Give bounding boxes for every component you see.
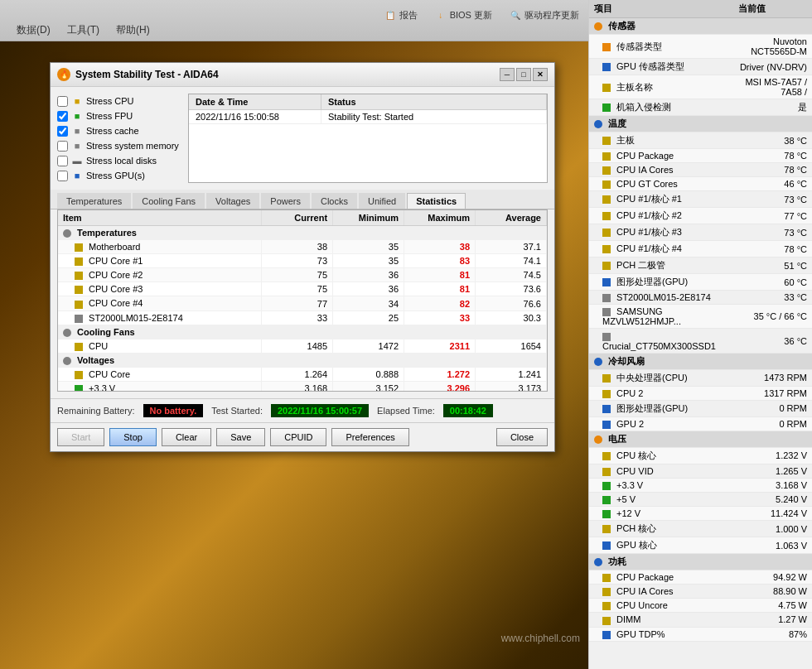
sensor-row: 中央处理器(CPU) 1473 RPM: [589, 369, 812, 386]
battery-value: No battery.: [143, 404, 204, 417]
stats-row: CPU Core #1 73 35 83 74.1: [58, 254, 547, 268]
sensor-row: 机箱入侵检测 是: [589, 99, 812, 116]
btn-row: Start Stop Clear Save CPUID Preferences …: [51, 422, 554, 451]
stress-gpu-cb[interactable]: [57, 171, 68, 181]
toolbar-report-btn[interactable]: 📋 报告: [379, 7, 423, 23]
log-header: Date & Time Status: [189, 94, 547, 110]
sensor-row: CPU 2 1317 RPM: [589, 386, 812, 400]
maximize-btn[interactable]: □: [516, 68, 531, 81]
stress-memory-row: ■ Stress system memory: [57, 138, 181, 153]
sensor-row: PCH 核心 1.000 V: [589, 521, 812, 537]
stress-disks-cb[interactable]: [57, 156, 68, 166]
stress-disks-label: Stress local disks: [86, 156, 157, 166]
clear-button[interactable]: Clear: [162, 428, 211, 446]
stress-fpu-cb[interactable]: [57, 111, 68, 122]
log-col-status: Status: [321, 94, 547, 109]
stats-row: CPU Core #2 75 36 81 74.5: [58, 268, 547, 282]
save-button[interactable]: Save: [216, 428, 265, 446]
log-datetime-0: 2022/11/16 15:00:58: [189, 110, 321, 123]
start-button[interactable]: Start: [57, 428, 104, 446]
sensor-row: Crucial_CT750MX300SSD1 36 °C: [589, 329, 812, 353]
stats-row: ST2000LM015-2E8174 33 25 33 30.3: [58, 310, 547, 325]
stress-memory-cb[interactable]: [57, 141, 68, 152]
stats-row: CPU Core #3 75 36 81 73.6: [58, 282, 547, 296]
gpu-icon: ■: [71, 170, 83, 181]
sensor-row: CPU #1/核心 #4 78 °C: [589, 241, 812, 257]
sensor-table: 项目 当前值 传感器 传感器类型 Nuvoton NCT5565D-M GPU …: [589, 0, 812, 642]
tab-cooling[interactable]: Cooling Fans: [133, 193, 205, 209]
stats-row: CPU 1485 1472 2311 1654: [58, 339, 547, 353]
disk-icon: ▬: [71, 155, 83, 166]
stress-cpu-label: Stress CPU: [86, 96, 133, 106]
minimize-btn[interactable]: ─: [500, 68, 515, 81]
sensor-row: GPU 2 0 RPM: [589, 416, 812, 431]
tab-powers[interactable]: Powers: [261, 193, 310, 209]
cpu-icon: ■: [71, 95, 83, 107]
stats-table: Item Current Minimum Maximum Average Tem…: [58, 210, 547, 392]
sensor-row: 主板 38 °C: [589, 132, 812, 149]
stress-memory-label: Stress system memory: [86, 141, 179, 151]
tabs-bar: Temperatures Cooling Fans Voltages Power…: [51, 190, 554, 209]
toolbar-driver-btn[interactable]: 🔍 驱动程序更新: [504, 7, 584, 23]
status-bar: Remaining Battery: No battery. Test Star…: [51, 398, 554, 422]
menu-help[interactable]: 帮助(H): [108, 20, 158, 41]
tab-statistics[interactable]: Statistics: [407, 193, 466, 209]
sensor-row: CPU IA Cores 88.90 W: [589, 585, 812, 599]
stress-fpu-label: Stress FPU: [86, 111, 133, 121]
stress-gpu-label: Stress GPU(s): [86, 171, 145, 180]
sensor-row: CPU 核心 1.232 V: [589, 447, 812, 464]
menu-data[interactable]: 数据(D): [8, 20, 59, 41]
stress-fpu-row: ■ Stress FPU: [57, 108, 181, 123]
stress-cache-row: ■ Stress cache: [57, 123, 181, 138]
sensor-row: CPU #1/核心 #1 73 °C: [589, 191, 812, 208]
stress-cpu-row: ■ Stress CPU: [57, 94, 181, 108]
stability-test-dialog: 🔥 System Stability Test - AIDA64 ─ □ ✕ ■…: [50, 62, 555, 452]
sensor-row: 主板名称 MSI MS-7A57 / 7A58 /: [589, 75, 812, 99]
sensor-row: +12 V 11.424 V: [589, 507, 812, 521]
sensor-panel: 项目 当前值 传感器 传感器类型 Nuvoton NCT5565D-M GPU …: [588, 0, 812, 669]
stats-row: CPU Core 1.264 0.888 1.272 1.241: [58, 367, 547, 381]
stop-button[interactable]: Stop: [109, 428, 157, 446]
stats-col-maximum: Maximum: [404, 210, 476, 226]
stats-row: Cooling Fans: [58, 325, 547, 339]
stress-options: ■ Stress CPU ■ Stress FPU ■ Stress cache…: [57, 94, 181, 183]
stats-col-item: Item: [58, 210, 262, 226]
stress-cache-cb[interactable]: [57, 126, 68, 137]
col-item: 项目: [589, 0, 733, 18]
preferences-button[interactable]: Preferences: [331, 428, 408, 446]
sensor-row: CPU IA Cores 78 °C: [589, 163, 812, 177]
stats-col-average: Average: [476, 210, 547, 226]
sensor-row: ST2000LM015-2E8174 33 °C: [589, 291, 812, 305]
tab-voltages[interactable]: Voltages: [206, 193, 259, 209]
sensor-row: CPU GT Cores 46 °C: [589, 177, 812, 191]
cpuid-button[interactable]: CPUID: [270, 428, 326, 446]
tab-clocks[interactable]: Clocks: [312, 193, 357, 209]
stats-row: Temperatures: [58, 226, 547, 240]
toolbar-bios-btn[interactable]: ↓ BIOS 更新: [429, 7, 497, 23]
close-btn[interactable]: ✕: [533, 68, 548, 81]
menu-tools[interactable]: 工具(T): [59, 20, 108, 41]
log-status-0: Stability Test: Started: [321, 110, 547, 123]
stats-row: +3.3 V 3.168 3.152 3.296 3.173: [58, 382, 547, 392]
sensor-row: SAMSUNG MZVLW512HMJP... 35 °C / 66 °C: [589, 305, 812, 329]
bios-icon: ↓: [434, 8, 447, 22]
report-icon: 📋: [384, 8, 397, 22]
sensor-row: +5 V 5.240 V: [589, 492, 812, 506]
sensor-row: GPU TDP% 87%: [589, 627, 812, 641]
stress-cpu-cb[interactable]: [57, 96, 68, 107]
sensor-row: CPU Package 94.92 W: [589, 570, 812, 585]
dialog-titlebar: 🔥 System Stability Test - AIDA64 ─ □ ✕: [51, 63, 554, 87]
stats-container[interactable]: Item Current Minimum Maximum Average Tem…: [57, 209, 548, 392]
stats-row: Motherboard 38 35 38 37.1: [58, 240, 547, 254]
tab-unified[interactable]: Unified: [359, 193, 405, 209]
sensor-row: CPU Uncore 4.75 W: [589, 599, 812, 613]
close-button[interactable]: Close: [496, 428, 548, 446]
aida-icon: 🔥: [57, 68, 70, 81]
battery-label: Remaining Battery:: [57, 406, 135, 416]
sensor-row: 图形处理器(GPU) 0 RPM: [589, 400, 812, 416]
window-controls: ─ □ ✕: [500, 68, 548, 81]
dialog-title: System Stability Test - AIDA64: [75, 69, 219, 80]
elapsed-label: Elapsed Time:: [377, 406, 435, 416]
tab-temperatures[interactable]: Temperatures: [57, 193, 131, 209]
stats-row: Voltages: [58, 353, 547, 367]
